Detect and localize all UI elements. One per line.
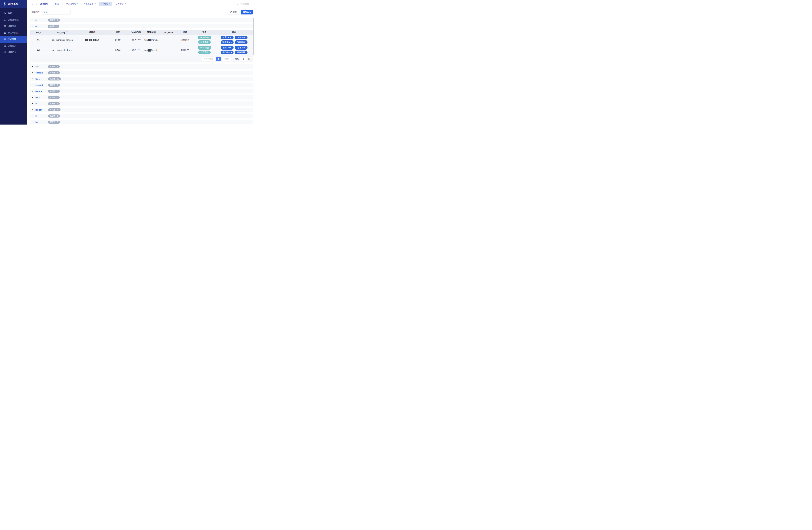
tab-job-mgmt[interactable]: Job管理 × [99, 2, 112, 6]
close-icon[interactable]: × [109, 3, 111, 5]
topbar: Job管理 首页 × 调度器管理 × 调度器监控 × Job管理 × [27, 0, 255, 8]
group-name-link[interactable]: lzp [35, 121, 48, 123]
group-name-link[interactable]: fssc [35, 78, 48, 80]
chevron-down-icon [67, 11, 69, 13]
group-name-link[interactable]: 0 [35, 19, 48, 21]
tabs-scroll-right-icon[interactable] [237, 3, 238, 5]
adx-jobs-table: Job_ID Job_Key 调度器 类型 Job类型值 预警邮箱 Job_Pl… [30, 30, 253, 62]
group-row-channel[interactable]: channel JOB数：4 [30, 71, 253, 75]
group-name-link[interactable]: channel [35, 71, 48, 74]
col-header-type: 类型 [108, 31, 129, 34]
cell-job-key: adx_wormhole-refresh [47, 39, 77, 41]
job-count-badge: JOB数：6 [48, 65, 60, 68]
sidebar-item-monitor[interactable]: 调度监控 [0, 23, 27, 30]
config-task-button[interactable]: 配置TASK [221, 36, 233, 39]
status-ops-dropdown-button[interactable]: 状态操作 [221, 51, 233, 54]
previous-page-button[interactable]: < Previous [202, 57, 215, 61]
sidebar-item-task-mgmt[interactable]: TASK管理 [0, 30, 27, 36]
tabs-scroll-left-icon[interactable] [36, 3, 38, 5]
group-name-link[interactable]: lll [35, 115, 48, 117]
group-row-gantry[interactable]: gantry JOB数：3 [30, 89, 253, 93]
page-number-1[interactable]: 1 [216, 57, 221, 61]
caret-right-icon [32, 122, 33, 123]
group-name-link[interactable]: gantry [35, 90, 48, 93]
group-row-hxqz[interactable]: hxqz JOB数：5 [30, 95, 253, 99]
group-row-asp[interactable]: asp JOB数：6 [30, 65, 253, 69]
group-row-ic[interactable]: ic JOB数：1 [30, 101, 253, 106]
close-icon[interactable]: × [125, 3, 126, 5]
job-count-badge: JOB数：5 [48, 96, 60, 99]
sidebar-item-job-mgmt[interactable]: JOB管理 [0, 36, 27, 43]
group-gantry: gantry JOB数：3 [30, 89, 253, 93]
goto-label: 前往 [235, 57, 239, 60]
app-logo-icon [2, 1, 6, 6]
group-name-link[interactable]: hxqz [35, 96, 48, 99]
filter-funnel-icon[interactable] [66, 31, 68, 34]
sidebar-item-schedule-log-1[interactable]: 调度日志 [0, 43, 27, 49]
group-row-fssc[interactable]: fssc JOB数：15 [30, 77, 253, 81]
close-icon[interactable]: × [77, 3, 78, 5]
cell-operation-buttons: 配置TASK 修改Job 状态操作 级联设置 [215, 36, 253, 44]
app-window: 调度系统 首页 调度器管理 调度监控 [0, 0, 255, 125]
cell-type: CRON [108, 39, 129, 41]
cascade-settings-button[interactable]: 级联设置 [235, 40, 247, 44]
add-job-button[interactable]: 添加Job [241, 10, 253, 14]
cell-type: CRON [108, 49, 129, 51]
group-name-link[interactable]: adx [35, 25, 47, 27]
job-grid-icon [3, 38, 6, 41]
sidebar: 调度系统 首页 调度器管理 调度监控 [0, 0, 27, 125]
group-row-ledger[interactable]: ledger JOB数：11 [30, 108, 253, 112]
refresh-button[interactable]: 刷新 [228, 10, 239, 14]
sidebar-item-scheduler-mgmt[interactable]: 调度器管理 [0, 17, 27, 23]
cascade-settings-button[interactable]: 级联设置 [235, 51, 247, 54]
task-info-button[interactable]: TASK信息 [198, 46, 211, 50]
cell-job-id: 447 [30, 39, 47, 41]
page-title: Job管理 [40, 2, 48, 5]
col-header-job-plan: Job_Plan [160, 31, 176, 34]
anchor-icon [3, 18, 6, 22]
config-task-button[interactable]: 配置TASK [221, 46, 233, 50]
table-row: 448 adx_wormhole-delete CRON 0/5 * * * ?… [30, 45, 253, 55]
close-icon[interactable]: × [60, 3, 61, 5]
col-header-view: 查看 [193, 31, 215, 34]
project-select[interactable]: 全部 [41, 10, 71, 14]
group-row-0[interactable]: 0 JOB数：2 [30, 18, 253, 22]
task-info-button[interactable]: TASK信息 [198, 36, 211, 39]
group-name-link[interactable]: asp [35, 65, 48, 68]
group-row-adx[interactable]: adx JOB数：2 [30, 24, 253, 28]
chevron-down-icon [231, 52, 232, 53]
tab-scheduler-mgmt[interactable]: 调度器管理 × [64, 2, 80, 6]
next-page-button[interactable]: Next > [222, 57, 231, 61]
group-name-link[interactable]: fsscuat [35, 84, 48, 86]
sidebar-collapse-button[interactable] [30, 2, 33, 5]
group-name-link[interactable]: ic [35, 102, 48, 105]
vertical-scrollbar[interactable] [253, 18, 254, 55]
group-lzp: lzp JOB数：2 [30, 120, 253, 124]
sidebar-item-home[interactable]: 首页 [0, 10, 27, 17]
close-operations-dropdown[interactable]: 关闭操作 [240, 2, 252, 5]
edit-job-button[interactable]: 修改Job [235, 36, 247, 39]
status-view-button[interactable]: 状态查看 [198, 51, 211, 54]
tab-home[interactable]: 首页 × [53, 2, 63, 6]
group-row-lzp[interactable]: lzp JOB数：2 [30, 120, 253, 124]
group-row-fsscuat[interactable]: fsscuat JOB数：4 [30, 83, 253, 87]
close-icon[interactable]: × [95, 3, 96, 5]
tab-scheduler-monitor[interactable]: 调度器监控 × [82, 2, 98, 6]
status-ops-dropdown-button[interactable]: 状态操作 [221, 40, 233, 44]
edit-job-button[interactable]: 修改Job [235, 46, 247, 50]
cell-job-id: 448 [30, 49, 47, 51]
caret-right-icon [32, 72, 33, 73]
tab-label: Job管理 [101, 2, 108, 5]
tab-task-mgmt[interactable]: 任务管理 × [114, 2, 128, 6]
cell-view-buttons: TASK信息 状态查看 [193, 46, 215, 54]
group-name-link[interactable]: ledger [35, 109, 48, 111]
caret-right-icon [32, 90, 33, 92]
status-view-button[interactable]: 状态查看 [198, 40, 211, 44]
col-header-job-id: Job_ID [30, 31, 47, 34]
sidebar-item-schedule-log-2[interactable]: 调度日志 [0, 49, 27, 56]
job-count-badge: JOB数：15 [48, 78, 61, 81]
sidebar-item-label: 调度监控 [8, 25, 16, 28]
goto-page-input[interactable] [240, 57, 247, 61]
sidebar-item-label: 调度日志 [8, 51, 16, 54]
group-row-lll[interactable]: lll JOB数：1 [30, 114, 253, 118]
